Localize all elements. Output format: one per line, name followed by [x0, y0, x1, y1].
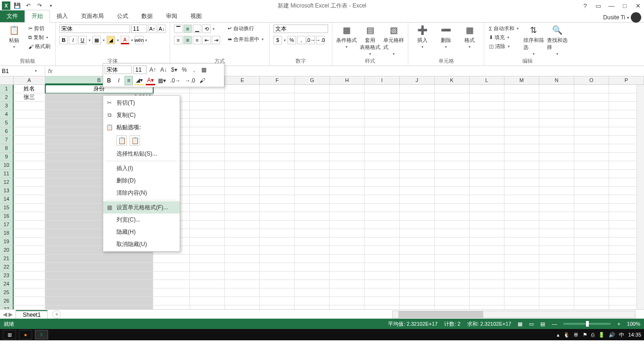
cell[interactable]: [190, 187, 225, 195]
row-header[interactable]: 9: [0, 153, 14, 161]
cell[interactable]: [364, 246, 399, 255]
cell[interactable]: [400, 212, 435, 221]
cell[interactable]: [45, 305, 154, 309]
ctx-hide[interactable]: 隐藏(H): [103, 226, 180, 238]
cell[interactable]: [260, 221, 295, 229]
cell[interactable]: [400, 178, 435, 187]
cell[interactable]: [225, 153, 260, 161]
cell[interactable]: [295, 127, 330, 136]
row-header[interactable]: 20: [0, 246, 14, 255]
cell[interactable]: [330, 119, 364, 127]
cell[interactable]: [14, 153, 45, 161]
cell[interactable]: [225, 229, 260, 238]
cell[interactable]: [295, 119, 330, 127]
cell[interactable]: [260, 229, 295, 238]
cell[interactable]: [400, 297, 435, 305]
cell[interactable]: [470, 305, 504, 309]
tray-ime[interactable]: 中: [619, 331, 624, 338]
cell[interactable]: [260, 144, 295, 153]
cell[interactable]: [435, 280, 470, 288]
cell[interactable]: [574, 255, 609, 263]
cell[interactable]: [330, 280, 364, 288]
cell[interactable]: [153, 263, 190, 272]
cell[interactable]: [364, 195, 399, 204]
cell[interactable]: [14, 297, 45, 305]
cell[interactable]: [14, 246, 45, 255]
cell[interactable]: [190, 280, 225, 288]
column-header-E[interactable]: E: [225, 76, 260, 84]
cell[interactable]: [225, 204, 260, 212]
cell[interactable]: [364, 280, 399, 288]
cell[interactable]: [435, 178, 470, 187]
cell[interactable]: [504, 127, 539, 136]
cell[interactable]: 姓名: [14, 85, 45, 93]
cell[interactable]: [225, 136, 260, 144]
format-cells-button[interactable]: ▦格式▾: [459, 25, 480, 49]
cell[interactable]: [364, 305, 399, 309]
cell[interactable]: [295, 187, 330, 195]
cell[interactable]: [435, 229, 470, 238]
cell[interactable]: [260, 110, 295, 119]
cell[interactable]: [435, 144, 470, 153]
cell[interactable]: [330, 144, 364, 153]
cell[interactable]: [470, 297, 504, 305]
cell[interactable]: [330, 288, 364, 297]
cell[interactable]: [539, 110, 574, 119]
cell[interactable]: [330, 255, 364, 263]
cell[interactable]: [14, 119, 45, 127]
sheet-tab-1[interactable]: Sheet1: [16, 310, 48, 319]
mini-inc-decimal-icon[interactable]: .0→: [169, 76, 182, 85]
cell[interactable]: [330, 195, 364, 204]
cell[interactable]: [330, 187, 364, 195]
cell[interactable]: [470, 229, 504, 238]
cell[interactable]: [260, 85, 295, 93]
indent-dec-icon[interactable]: ⇤: [202, 36, 211, 44]
cell[interactable]: [400, 161, 435, 170]
cell[interactable]: [14, 144, 45, 153]
row-header[interactable]: 19: [0, 238, 14, 246]
cell[interactable]: [260, 246, 295, 255]
cell[interactable]: [260, 272, 295, 280]
mini-font-color-button[interactable]: A▾: [146, 76, 155, 85]
cell[interactable]: [435, 221, 470, 229]
cell[interactable]: [225, 93, 260, 102]
row-header[interactable]: 21: [0, 255, 14, 263]
cell[interactable]: [539, 178, 574, 187]
row-header[interactable]: 14: [0, 195, 14, 204]
name-box[interactable]: ▾: [0, 67, 45, 75]
cell[interactable]: [14, 305, 45, 309]
cell[interactable]: [260, 170, 295, 178]
cell[interactable]: [260, 187, 295, 195]
font-size-combo[interactable]: [131, 25, 147, 33]
cell[interactable]: [190, 110, 225, 119]
mini-fill-color-button[interactable]: ◢▾: [134, 76, 144, 85]
cell[interactable]: [435, 110, 470, 119]
cell[interactable]: [330, 153, 364, 161]
cell[interactable]: [153, 280, 190, 288]
cell[interactable]: [225, 144, 260, 153]
cell[interactable]: [539, 153, 574, 161]
mini-bold-button[interactable]: B: [105, 76, 113, 85]
cell[interactable]: [364, 170, 399, 178]
italic-button[interactable]: I: [69, 36, 77, 44]
cell[interactable]: [330, 297, 364, 305]
cell[interactable]: [330, 305, 364, 309]
cell[interactable]: [504, 221, 539, 229]
cell[interactable]: [504, 110, 539, 119]
cell[interactable]: [539, 229, 574, 238]
cell[interactable]: [190, 153, 225, 161]
cell[interactable]: [295, 272, 330, 280]
cell[interactable]: [574, 305, 609, 309]
column-header-L[interactable]: L: [470, 76, 504, 84]
undo-icon[interactable]: ↶: [24, 1, 33, 10]
row-header[interactable]: 27: [0, 305, 14, 309]
cell[interactable]: [435, 297, 470, 305]
cell[interactable]: [470, 110, 504, 119]
cell[interactable]: [14, 187, 45, 195]
cell[interactable]: [260, 178, 295, 187]
column-header-O[interactable]: O: [574, 76, 609, 84]
cell[interactable]: [470, 280, 504, 288]
tab-insert[interactable]: 插入: [50, 10, 74, 22]
cell[interactable]: [260, 153, 295, 161]
cell[interactable]: [364, 255, 399, 263]
